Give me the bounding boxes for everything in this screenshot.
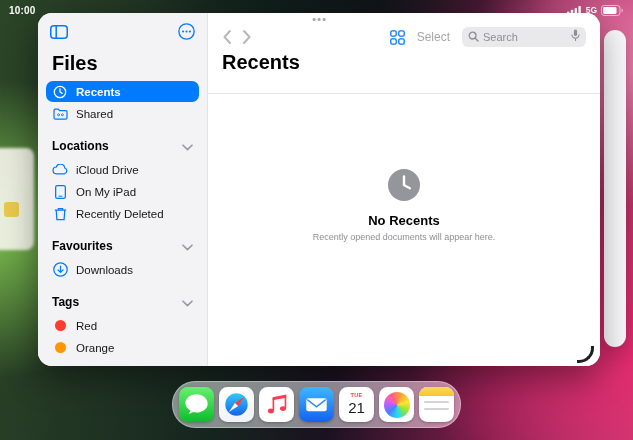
sidebar-item-label: Orange — [76, 342, 114, 354]
cloud-icon — [52, 164, 68, 175]
sidebar-section-favourites: Favourites — [52, 237, 193, 255]
back-button[interactable] — [222, 29, 232, 45]
battery-icon — [601, 5, 624, 16]
forward-button[interactable] — [242, 29, 252, 45]
section-header-label: Tags — [52, 295, 79, 309]
section-header-label: Locations — [52, 139, 109, 153]
ipad-icon — [52, 185, 68, 199]
sidebar-item-tag-red[interactable]: Red — [46, 315, 199, 336]
chevron-down-icon[interactable] — [182, 293, 193, 311]
sidebar-item-label: Recently Deleted — [76, 208, 164, 220]
window-resize-handle[interactable] — [577, 346, 594, 363]
sidebar-item-recently-deleted[interactable]: Recently Deleted — [46, 203, 199, 224]
search-field[interactable] — [462, 27, 586, 47]
photos-flower-icon — [384, 392, 410, 418]
files-content: Select Recents No Recent — [208, 13, 600, 366]
background-window[interactable] — [604, 30, 626, 347]
view-options-grid-icon[interactable] — [390, 30, 405, 45]
dock: TUE 21 — [172, 381, 461, 428]
shared-folder-icon — [52, 108, 68, 120]
section-header-label: Favourites — [52, 239, 113, 253]
sidebar-title: Files — [52, 52, 193, 75]
microphone-icon[interactable] — [571, 28, 580, 46]
page-title: Recents — [222, 51, 300, 74]
content-toolbar: Select — [208, 25, 600, 49]
sidebar-item-shared[interactable]: Shared — [46, 103, 199, 124]
search-icon — [468, 28, 479, 46]
dock-music-icon[interactable] — [259, 387, 294, 422]
notes-yellow-bar — [419, 387, 454, 396]
sidebar-item-downloads[interactable]: Downloads — [46, 259, 199, 280]
wallpaper-object — [0, 148, 34, 250]
trash-icon — [52, 207, 68, 221]
empty-state-subtitle: Recently opened documents will appear he… — [313, 232, 496, 242]
calendar-day: 21 — [348, 399, 365, 416]
dock-messages-icon[interactable] — [179, 387, 214, 422]
ipad-screen: 10:00 5G — [0, 0, 633, 440]
search-input[interactable] — [483, 31, 567, 43]
sidebar-item-label: Recents — [76, 86, 121, 98]
divider — [208, 93, 600, 94]
sidebar-item-icloud-drive[interactable]: iCloud Drive — [46, 159, 199, 180]
files-window: Files Recents Shared Locations — [38, 13, 600, 366]
empty-state-title: No Recents — [368, 213, 440, 228]
sidebar-item-label: iCloud Drive — [76, 164, 139, 176]
sidebar-item-label: Shared — [76, 108, 113, 120]
dock-photos-icon[interactable] — [379, 387, 414, 422]
sidebar-item-label: Downloads — [76, 264, 133, 276]
dock-notes-icon[interactable] — [419, 387, 454, 422]
select-button[interactable]: Select — [417, 30, 450, 44]
dock-calendar-icon[interactable]: TUE 21 — [339, 387, 374, 422]
sidebar-section-locations: Locations — [52, 137, 193, 155]
empty-state: No Recents Recently opened documents wil… — [208, 168, 600, 242]
files-sidebar: Files Recents Shared Locations — [38, 13, 208, 366]
dock-safari-icon[interactable] — [219, 387, 254, 422]
status-time: 10:00 — [9, 5, 36, 16]
sidebar-item-label: On My iPad — [76, 186, 136, 198]
notes-line — [424, 408, 449, 410]
wallpaper-cube — [4, 202, 19, 217]
calendar-weekday: TUE — [350, 392, 362, 398]
more-options-button[interactable] — [178, 23, 195, 40]
sidebar-item-recents[interactable]: Recents — [46, 81, 199, 102]
clock-icon — [52, 85, 68, 99]
sidebar-item-label: Red — [76, 320, 97, 332]
window-drag-handle[interactable] — [313, 18, 326, 21]
orange-tag-dot-icon — [52, 342, 68, 353]
chevron-down-icon[interactable] — [182, 237, 193, 255]
dock-mail-icon[interactable] — [299, 387, 334, 422]
sidebar-item-tag-orange[interactable]: Orange — [46, 337, 199, 358]
sidebar-item-on-my-ipad[interactable]: On My iPad — [46, 181, 199, 202]
notes-line — [424, 401, 449, 403]
toggle-sidebar-button[interactable] — [50, 25, 68, 39]
empty-clock-icon — [387, 168, 421, 202]
download-circle-icon — [52, 262, 68, 277]
red-tag-dot-icon — [52, 320, 68, 331]
sidebar-section-tags: Tags — [52, 293, 193, 311]
chevron-down-icon[interactable] — [182, 137, 193, 155]
